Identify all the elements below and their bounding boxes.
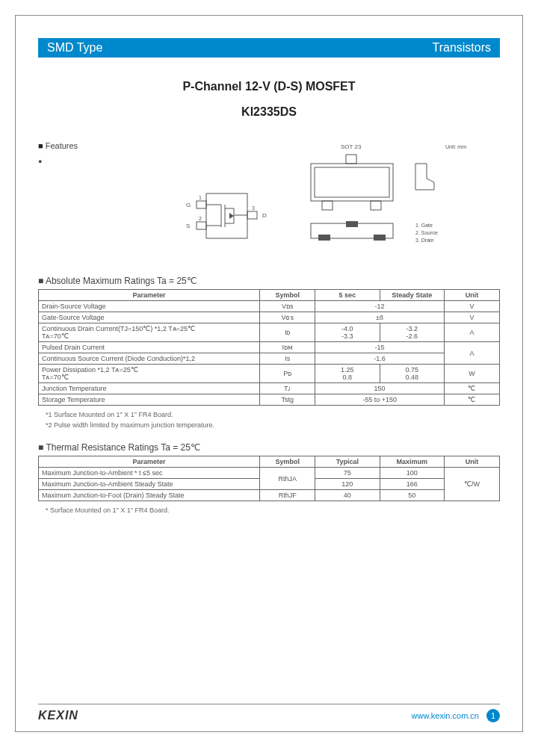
page-number: 1 xyxy=(486,709,500,722)
pin-legend-2: 2. Source xyxy=(415,230,438,235)
pin-2: 2 xyxy=(199,216,202,221)
table-header-row: Parameter Symbol 5 sec Steady State Unit xyxy=(39,290,500,301)
thermal-note: * Surface Mounted on 1" X 1" FR4 Board. xyxy=(46,506,500,516)
package-svg: SOT 23 Unit: mm 1. Gate 2. Source 3. Dra… xyxy=(296,141,483,253)
package-name: SOT 23 xyxy=(341,143,362,150)
col-symbol: Symbol xyxy=(260,456,315,468)
features-row: ■ Features ● G xyxy=(38,141,500,253)
svg-rect-20 xyxy=(374,235,386,241)
title-line1: P-Channel 12-V (D-S) MOSFET xyxy=(38,80,500,93)
table-row: Storage Temperature Tstg -55 to +150 ℃ xyxy=(39,394,500,406)
table-row: Gate-Source Voltage Vɢs ±8 V xyxy=(39,312,500,323)
family-label: Transistors xyxy=(432,41,491,55)
pin-1: 1 xyxy=(199,195,202,200)
thermal-heading: ■ Thermal Resistance Ratings Ta = 25℃ xyxy=(38,442,500,453)
package-outline: SOT 23 Unit: mm 1. Gate 2. Source 3. Dra… xyxy=(292,141,486,253)
table-row: Maximum Junction-to-Foot (Drain) Steady … xyxy=(39,490,500,501)
svg-rect-1 xyxy=(197,201,206,208)
svg-rect-14 xyxy=(315,167,389,197)
table-row: Power Dissipation *1,2 Tᴀ=25℃ Tᴀ=70℃ Pᴅ … xyxy=(39,365,500,383)
pinout-svg: G S D 1 2 3 xyxy=(180,186,277,253)
square-bullet-icon: ■ xyxy=(38,141,46,150)
abs-max-table: Parameter Symbol 5 sec Steady State Unit… xyxy=(38,289,500,406)
table-row: Drain-Source Voltage Vᴅs -12 V xyxy=(39,301,500,312)
footer-url: www.kexin.com.cn xyxy=(412,711,479,720)
table-row: Maximum Junction-to-Ambient * t ≤5 sec R… xyxy=(39,468,500,479)
pin-legend-1: 1. Gate xyxy=(415,223,433,228)
col-param: Parameter xyxy=(39,456,260,468)
svg-rect-21 xyxy=(346,221,358,227)
abs-note1: *1 Surface Mounted on 1" X 1" FR4 Board. xyxy=(46,410,500,421)
pin-d-label: D xyxy=(262,212,267,219)
col-5sec: 5 sec xyxy=(315,290,380,301)
bullet-icon: ● xyxy=(38,158,165,165)
svg-marker-9 xyxy=(229,213,234,219)
category-label: SMD Type xyxy=(47,41,102,55)
pin-g-label: G xyxy=(186,202,191,208)
table-row: Continuous Drain Current(TJ=150℃) *1,2 T… xyxy=(39,323,500,342)
part-number: KI2335DS xyxy=(38,105,500,119)
pin-s-label: S xyxy=(186,223,190,229)
svg-rect-3 xyxy=(247,211,257,219)
table-row: Pulsed Drain Current Iᴅᴍ -15 A xyxy=(39,342,500,353)
pin-3: 3 xyxy=(252,205,255,211)
page-footer: KEXIN www.kexin.com.cn 1 xyxy=(38,704,500,722)
pinout-diagram: G S D 1 2 3 xyxy=(165,141,292,253)
svg-rect-13 xyxy=(311,164,393,201)
svg-rect-17 xyxy=(346,155,356,164)
table-row: Continuous Source Current (Diode Conduct… xyxy=(39,353,500,365)
svg-rect-0 xyxy=(206,193,247,238)
abs-note2: *2 Pulse width limited by maximum juncti… xyxy=(46,421,500,431)
features-heading: Features xyxy=(46,141,78,150)
datasheet-page: SMD Type Transistors P-Channel 12-V (D-S… xyxy=(15,15,523,732)
square-bullet-icon: ■ xyxy=(38,442,46,453)
brand-logo: KEXIN xyxy=(38,709,78,722)
col-steady: Steady State xyxy=(380,290,444,301)
square-bullet-icon: ■ xyxy=(38,276,46,286)
abs-heading: ■ Absolute Maximum Ratings Ta = 25℃ xyxy=(38,276,500,286)
svg-rect-16 xyxy=(371,201,381,210)
table-header-row: Parameter Symbol Typical Maximum Unit xyxy=(39,456,500,468)
col-max: Maximum xyxy=(380,456,444,468)
col-symbol: Symbol xyxy=(260,290,315,301)
col-param: Parameter xyxy=(39,290,260,301)
pin-legend-3: 3. Drain xyxy=(415,238,434,243)
col-unit: Unit xyxy=(444,290,499,301)
header-bar: SMD Type Transistors xyxy=(38,38,500,58)
col-typ: Typical xyxy=(315,456,380,468)
abs-notes: *1 Surface Mounted on 1" X 1" FR4 Board.… xyxy=(46,410,500,430)
thermal-table: Parameter Symbol Typical Maximum Unit Ma… xyxy=(38,456,500,501)
svg-rect-15 xyxy=(322,201,333,210)
table-row: Junction Temperature Tᴊ 150 ℃ xyxy=(39,383,500,394)
thermal-notes: * Surface Mounted on 1" X 1" FR4 Board. xyxy=(46,506,500,516)
title-block: P-Channel 12-V (D-S) MOSFET KI2335DS xyxy=(38,80,500,119)
unit-note: Unit: mm xyxy=(445,144,466,149)
col-unit: Unit xyxy=(444,456,499,468)
svg-rect-19 xyxy=(318,235,330,241)
features-section: ■ Features ● xyxy=(38,141,165,253)
svg-rect-2 xyxy=(197,222,206,229)
